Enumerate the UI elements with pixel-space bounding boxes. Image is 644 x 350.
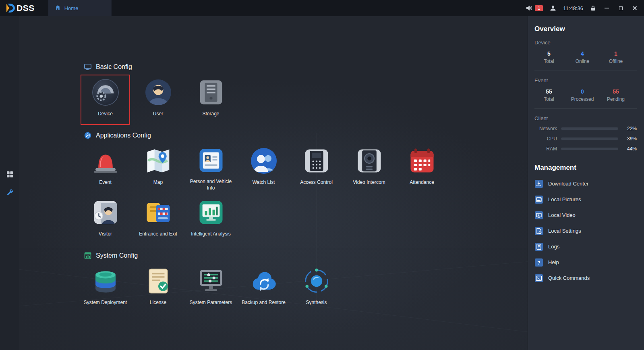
tile-event[interactable]: Event bbox=[79, 145, 132, 190]
tile-system-parameters[interactable]: System Parameters bbox=[184, 265, 237, 310]
storage-icon bbox=[195, 77, 227, 108]
metric-ram: RAM44% bbox=[534, 146, 637, 152]
management-title: Management bbox=[534, 164, 637, 172]
tile-backup-and-restore[interactable]: Backup and Restore bbox=[237, 265, 290, 310]
basic-config-heading: Basic Config bbox=[79, 63, 528, 71]
system-parameters-icon bbox=[195, 265, 227, 297]
synthesis-icon bbox=[301, 265, 332, 297]
minimize-button[interactable] bbox=[603, 4, 610, 12]
metric-percent: 22% bbox=[622, 126, 637, 131]
entrance-exit-icon bbox=[143, 197, 174, 228]
metric-name: Network bbox=[534, 126, 557, 131]
overview-panel: Overview Device5Total4Online1OfflineEven… bbox=[528, 16, 644, 350]
tile-watch-list[interactable]: Watch List bbox=[237, 145, 290, 190]
close-button[interactable] bbox=[631, 4, 638, 12]
watch-list-icon bbox=[248, 145, 280, 177]
management-list: Download CenterLocal PicturesLocal Video… bbox=[534, 176, 637, 286]
tab-home[interactable]: Home bbox=[48, 0, 112, 16]
metric-percent: 39% bbox=[622, 136, 637, 142]
management-item-local-pictures[interactable]: Local Pictures bbox=[534, 192, 637, 207]
stat-caption: Total bbox=[538, 58, 559, 64]
stat-value: 4 bbox=[572, 50, 593, 57]
management-item-download-center[interactable]: Download Center bbox=[534, 176, 637, 192]
tile-label: Synthesis bbox=[304, 299, 328, 306]
tile-visitor[interactable]: Visitor bbox=[79, 197, 132, 242]
client-block: Client Network22%CPU39%RAM44% bbox=[534, 115, 637, 152]
management-item-label: Logs bbox=[548, 244, 559, 250]
tile-grid: System DeploymentLicenseSystem Parameter… bbox=[79, 265, 449, 310]
tile-synthesis[interactable]: Synthesis bbox=[290, 265, 343, 310]
tile-license[interactable]: License bbox=[132, 265, 184, 310]
dss-logo: DSS bbox=[0, 3, 41, 13]
license-icon bbox=[143, 265, 174, 297]
tile-video-intercom[interactable]: Video Intercom bbox=[343, 145, 396, 190]
client-label: Client bbox=[534, 115, 637, 121]
metric-name: CPU bbox=[534, 136, 557, 142]
tile-entrance-and-exit[interactable]: Entrance and Exit bbox=[132, 197, 184, 242]
local-video-icon bbox=[534, 211, 543, 220]
map-icon bbox=[143, 145, 174, 177]
divider bbox=[534, 71, 637, 71]
stat-online: 4Online bbox=[572, 50, 593, 64]
titlebar: DSS Home 1 11:48:36 bbox=[0, 0, 644, 16]
management-item-label: Download Center bbox=[548, 181, 588, 187]
tile-access-control[interactable]: Access Control bbox=[290, 145, 343, 190]
tile-user[interactable]: User bbox=[132, 77, 184, 122]
stat-total: 55Total bbox=[538, 88, 559, 102]
group-label: Device bbox=[534, 40, 637, 46]
divider bbox=[534, 108, 637, 109]
management-item-local-video[interactable]: Local Video bbox=[534, 207, 637, 223]
tile-label: Map bbox=[152, 179, 164, 185]
apps-grid-icon[interactable] bbox=[6, 171, 13, 178]
stat-value: 0 bbox=[571, 88, 594, 95]
main-content: Basic ConfigDeviceUserStorageApplication… bbox=[19, 16, 528, 350]
metric-progressbar bbox=[561, 148, 618, 150]
management-item-logs[interactable]: Logs bbox=[534, 239, 637, 254]
metric-cpu: CPU39% bbox=[534, 136, 637, 142]
metric-percent: 44% bbox=[622, 146, 637, 152]
tile-device[interactable]: Device bbox=[79, 77, 132, 122]
overview-title: Overview bbox=[534, 25, 637, 33]
tile-label: Device bbox=[96, 110, 114, 117]
tile-person-and-vehicle-info[interactable]: Person and Vehicle Info bbox=[184, 145, 237, 190]
maximize-button[interactable] bbox=[617, 4, 624, 12]
tile-label: Attendance bbox=[408, 179, 436, 185]
intelligent-analysis-icon bbox=[195, 197, 227, 228]
close-icon bbox=[632, 6, 637, 10]
person-vehicle-icon bbox=[195, 145, 227, 176]
applications-config-icon bbox=[84, 131, 92, 140]
config-wrench-icon[interactable] bbox=[6, 188, 13, 196]
dss-app: DSS Home 1 11:48:36 bbox=[0, 0, 644, 350]
logs-icon bbox=[534, 242, 543, 251]
tile-storage[interactable]: Storage bbox=[184, 77, 237, 122]
tile-attendance[interactable]: Attendance bbox=[396, 145, 448, 190]
clock: 11:48:36 bbox=[563, 5, 583, 11]
stat-value: 1 bbox=[605, 50, 626, 57]
video-intercom-icon bbox=[354, 145, 385, 177]
tile-grid: EventMapPerson and Vehicle InfoWatch Lis… bbox=[79, 145, 449, 242]
tile-label: Person and Vehicle Info bbox=[184, 178, 237, 191]
management-item-help[interactable]: ?Help bbox=[534, 254, 637, 270]
stat-caption: Online bbox=[572, 58, 593, 64]
tile-map[interactable]: Map bbox=[132, 145, 184, 190]
tile-system-deployment[interactable]: System Deployment bbox=[79, 265, 132, 310]
tile-grid: DeviceUserStorage bbox=[79, 77, 449, 122]
client-metrics: Network22%CPU39%RAM44% bbox=[534, 126, 637, 152]
stat-offline: 1Offline bbox=[605, 50, 626, 64]
visitor-icon bbox=[90, 197, 121, 228]
alarm-indicator[interactable]: 1 bbox=[526, 5, 543, 11]
tile-label: User bbox=[151, 110, 165, 117]
management-item-quick-commands[interactable]: Quick Commands bbox=[534, 270, 637, 286]
stat-value: 55 bbox=[538, 88, 559, 95]
management-item-local-settings[interactable]: Local Settings bbox=[534, 223, 637, 239]
group-stats: 55Total0Processed55Pending bbox=[538, 88, 626, 102]
maximize-icon bbox=[619, 6, 623, 10]
tile-intelligent-analysis[interactable]: Intelligent Analysis bbox=[184, 197, 237, 242]
stat-processed: 0Processed bbox=[571, 88, 594, 102]
user-icon bbox=[143, 77, 174, 108]
local-pictures-icon bbox=[534, 195, 543, 204]
group-stats: 5Total4Online1Offline bbox=[538, 50, 626, 64]
lock-icon[interactable] bbox=[590, 5, 596, 11]
user-icon[interactable] bbox=[550, 5, 556, 11]
alarm-count-badge: 1 bbox=[535, 5, 543, 11]
